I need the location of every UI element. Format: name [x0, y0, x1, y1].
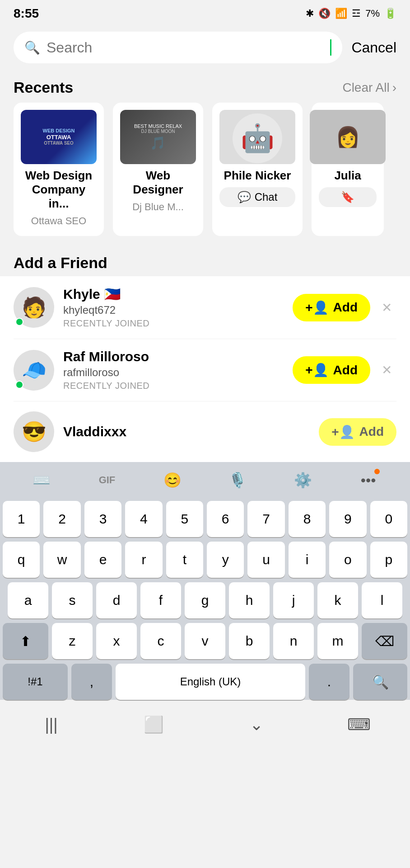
- add-button-vlad[interactable]: +👤 Add: [319, 418, 396, 446]
- dismiss-button-khyle[interactable]: ✕: [377, 297, 396, 317]
- online-dot-raf: [15, 381, 23, 389]
- recent-card-webdesigner[interactable]: BEST MUSIC RELAX DJ BLUE MOON 🎵 Web Desi…: [113, 103, 203, 236]
- key-a[interactable]: a: [8, 582, 48, 618]
- nav-back-button[interactable]: ⌄: [238, 707, 275, 743]
- key-l[interactable]: l: [362, 582, 402, 618]
- key-e[interactable]: e: [84, 542, 121, 578]
- bluetooth-icon: ✱: [306, 8, 314, 19]
- key-p[interactable]: p: [370, 542, 407, 578]
- recent-name-philenicker: Phile Nicker: [219, 169, 295, 183]
- key-g[interactable]: g: [185, 582, 225, 618]
- key-s[interactable]: s: [52, 582, 93, 618]
- online-dot-khyle: [15, 318, 23, 326]
- recent-card-philenicker[interactable]: 🤖 Phile Nicker 💬 Chat: [212, 103, 303, 236]
- recents-scroll[interactable]: WEB DESIGN OTTAWA OTTAWA SEO Web Design …: [0, 103, 410, 245]
- key-t[interactable]: t: [166, 542, 203, 578]
- settings-button[interactable]: ⚙️: [287, 464, 319, 496]
- chat-action-button[interactable]: 💬 Chat: [219, 187, 295, 207]
- cancel-button[interactable]: Cancel: [351, 39, 396, 56]
- friend-name-vlad: Vladdixxx: [63, 424, 310, 439]
- key-d[interactable]: d: [96, 582, 137, 618]
- clear-all-button[interactable]: Clear All ›: [342, 80, 396, 95]
- key-u[interactable]: u: [247, 542, 284, 578]
- shift-key[interactable]: ⬆: [3, 623, 48, 659]
- friend-tag-khyle: RECENTLY JOINED: [63, 318, 284, 329]
- keyboard-row-zxcv: ⬆ z x c v b n m ⌫: [3, 623, 407, 659]
- key-7[interactable]: 7: [247, 501, 284, 537]
- bookmark-button[interactable]: 🔖: [319, 187, 377, 207]
- keyboard-toolbar: ⌨️ GIF 😊 🎙️ ⚙️ •••: [0, 462, 410, 498]
- key-m[interactable]: m: [317, 623, 358, 659]
- recent-name-webdesign: Web Design Company in...: [21, 169, 97, 211]
- recents-title: Recents: [14, 79, 73, 96]
- key-n[interactable]: n: [273, 623, 314, 659]
- recent-sub-webdesigner: Dj Blue M...: [132, 201, 184, 213]
- keyboard-swap-button[interactable]: ⌨️: [26, 464, 57, 496]
- key-6[interactable]: 6: [207, 501, 244, 537]
- key-0[interactable]: 0: [370, 501, 407, 537]
- add-person-icon: +👤: [305, 300, 328, 315]
- key-v[interactable]: v: [185, 623, 225, 659]
- dismiss-button-raf[interactable]: ✕: [377, 360, 396, 380]
- key-c[interactable]: c: [140, 623, 181, 659]
- signal-icon: ☲: [352, 8, 361, 19]
- friend-username-raf: rafmilloroso: [63, 366, 284, 379]
- key-h[interactable]: h: [229, 582, 270, 618]
- add-person-icon-raf: +👤: [305, 363, 328, 377]
- recent-card-julia[interactable]: 👩 Julia 🔖: [312, 103, 384, 236]
- friend-item-khyle: 🧑 Khyle 🇵🇭 khyleqt672 RECENTLY JOINED +👤…: [14, 276, 396, 339]
- key-y[interactable]: y: [207, 542, 244, 578]
- key-9[interactable]: 9: [329, 501, 366, 537]
- notification-dot: [374, 469, 380, 474]
- thumbnail-julia: 👩: [310, 110, 386, 164]
- key-x[interactable]: x: [96, 623, 137, 659]
- key-f[interactable]: f: [140, 582, 181, 618]
- avatar-wrap-vlad: 😎: [14, 411, 54, 452]
- search-input[interactable]: [47, 39, 324, 56]
- key-j[interactable]: j: [273, 582, 314, 618]
- key-1[interactable]: 1: [3, 501, 40, 537]
- key-2[interactable]: 2: [43, 501, 80, 537]
- add-person-icon-vlad: +👤: [331, 425, 354, 439]
- mic-button[interactable]: 🎙️: [222, 464, 253, 496]
- key-5[interactable]: 5: [166, 501, 203, 537]
- nav-keyboard-button[interactable]: ⌨: [341, 707, 377, 743]
- battery-text: 7%: [365, 8, 380, 19]
- recent-card-webdesign[interactable]: WEB DESIGN OTTAWA OTTAWA SEO Web Design …: [14, 103, 104, 236]
- emoji-button[interactable]: 😊: [157, 464, 188, 496]
- friend-actions-vlad: +👤 Add: [319, 418, 396, 446]
- key-k[interactable]: k: [317, 582, 358, 618]
- add-friend-section-header: Add a Friend: [0, 245, 410, 276]
- nav-bar: ||| ⬜ ⌄ ⌨: [0, 704, 410, 745]
- search-key[interactable]: 🔍: [353, 664, 407, 700]
- period-key[interactable]: .: [309, 664, 349, 700]
- key-o[interactable]: o: [329, 542, 366, 578]
- key-8[interactable]: 8: [289, 501, 326, 537]
- add-button-khyle[interactable]: +👤 Add: [293, 294, 370, 321]
- nav-home-button[interactable]: ⬜: [136, 707, 172, 743]
- gif-button[interactable]: GIF: [91, 464, 123, 496]
- add-friend-list: 🧑 Khyle 🇵🇭 khyleqt672 RECENTLY JOINED +👤…: [0, 276, 410, 462]
- key-r[interactable]: r: [125, 542, 162, 578]
- key-b[interactable]: b: [229, 623, 270, 659]
- add-button-raf[interactable]: +👤 Add: [293, 356, 370, 384]
- special-key[interactable]: !#1: [3, 664, 68, 700]
- backspace-key[interactable]: ⌫: [362, 623, 407, 659]
- more-button[interactable]: •••: [353, 464, 384, 496]
- key-i[interactable]: i: [289, 542, 326, 578]
- key-w[interactable]: w: [43, 542, 80, 578]
- search-box[interactable]: 🔍: [14, 32, 342, 63]
- friend-actions-raf: +👤 Add ✕: [293, 356, 396, 384]
- comma-key[interactable]: ,: [71, 664, 112, 700]
- status-time: 8:55: [14, 6, 39, 21]
- chat-bubble-icon: 💬: [238, 191, 251, 203]
- space-key[interactable]: English (UK): [116, 664, 305, 700]
- add-label-khyle: Add: [333, 300, 358, 315]
- key-3[interactable]: 3: [84, 501, 121, 537]
- nav-menu-button[interactable]: |||: [33, 707, 70, 743]
- add-label-vlad: Add: [359, 425, 384, 439]
- cursor: [330, 39, 331, 56]
- key-q[interactable]: q: [3, 542, 40, 578]
- key-4[interactable]: 4: [125, 501, 162, 537]
- key-z[interactable]: z: [52, 623, 93, 659]
